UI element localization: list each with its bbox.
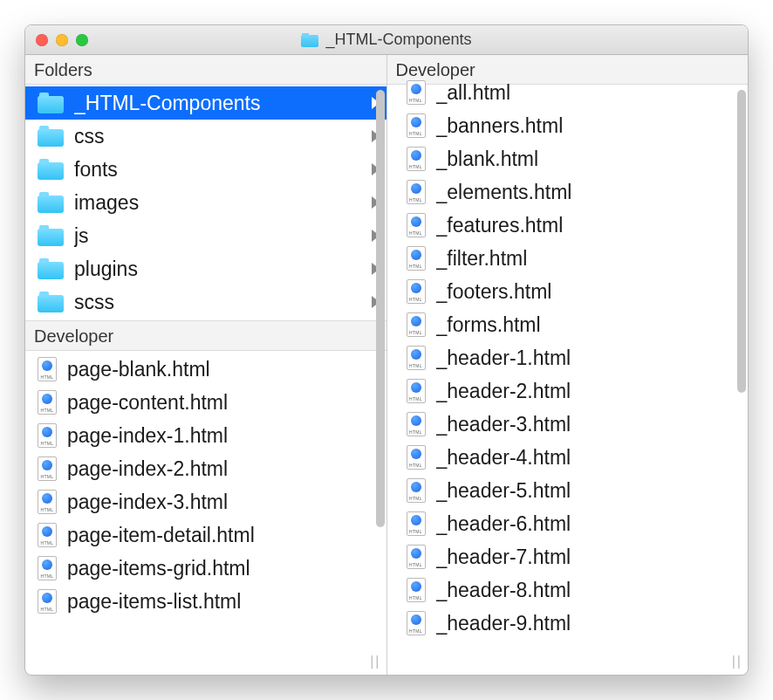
file-row[interactable]: page-items-list.html <box>25 585 386 618</box>
file-row[interactable]: _forms.html <box>387 308 749 341</box>
file-label: _filter.html <box>436 247 742 271</box>
left-pane: Folders _HTML-Componentscssfontsimagesjs… <box>25 55 387 675</box>
folder-icon <box>38 225 64 246</box>
folder-label: _HTML-Components <box>74 92 361 115</box>
html-file-icon <box>407 578 426 602</box>
file-label: _features.html <box>436 214 742 237</box>
minimize-button[interactable] <box>56 34 68 46</box>
file-label: _header-2.html <box>436 380 742 403</box>
html-file-icon <box>38 423 57 448</box>
window-controls <box>36 34 88 46</box>
file-label: page-items-list.html <box>67 590 380 614</box>
file-label: _header-9.html <box>436 612 742 635</box>
html-file-icon <box>38 490 57 514</box>
folder-label: js <box>74 224 361 248</box>
file-label: _header-1.html <box>436 347 742 370</box>
folders-header: Folders <box>25 55 386 85</box>
folder-row[interactable]: plugins <box>25 252 386 285</box>
zoom-button[interactable] <box>76 34 88 46</box>
html-file-icon <box>38 556 57 580</box>
file-row[interactable]: _header-7.html <box>387 540 749 573</box>
file-label: _header-4.html <box>436 446 742 470</box>
file-row[interactable]: _header-6.html <box>387 507 749 540</box>
folder-row[interactable]: css <box>25 120 386 153</box>
file-row[interactable]: _footers.html <box>387 275 749 308</box>
html-file-icon <box>407 113 426 138</box>
file-row[interactable]: page-index-2.html <box>25 452 386 485</box>
file-row[interactable]: page-index-1.html <box>25 419 386 452</box>
html-file-icon <box>407 511 426 536</box>
html-file-icon <box>407 80 426 105</box>
close-button[interactable] <box>36 34 48 46</box>
folder-row[interactable]: _HTML-Components <box>25 86 386 120</box>
html-file-icon <box>407 611 426 635</box>
file-row[interactable]: _header-2.html <box>387 374 749 408</box>
folder-label: plugins <box>74 257 361 281</box>
right-resize-grip[interactable]: || <box>732 654 742 669</box>
folder-icon <box>38 292 64 312</box>
file-row[interactable]: _header-8.html <box>387 573 749 607</box>
html-file-icon <box>407 246 426 271</box>
right-pane: Developer _all.html_banners.html_blank.h… <box>387 55 749 675</box>
html-file-icon <box>38 589 57 614</box>
file-row[interactable]: _header-4.html <box>387 441 749 474</box>
html-file-icon <box>38 390 57 415</box>
html-file-icon <box>407 346 426 370</box>
file-row[interactable]: _header-3.html <box>387 408 749 441</box>
left-scrollbar-thumb[interactable] <box>376 90 385 527</box>
file-row[interactable]: _banners.html <box>387 109 749 142</box>
folder-icon <box>38 192 64 213</box>
file-label: page-item-detail.html <box>67 524 380 547</box>
file-label: _header-8.html <box>436 579 742 602</box>
window-title: _HTML-Components <box>301 31 471 49</box>
html-file-icon <box>38 523 57 547</box>
file-row[interactable]: _all.html <box>387 76 749 109</box>
html-file-icon <box>407 180 426 204</box>
file-row[interactable]: page-items-grid.html <box>25 552 386 585</box>
folder-icon <box>301 33 318 47</box>
folder-row[interactable]: scss <box>25 285 386 319</box>
file-row[interactable]: _header-1.html <box>387 341 749 374</box>
file-row[interactable]: page-content.html <box>25 386 386 419</box>
file-label: page-index-2.html <box>67 457 380 481</box>
left-developer-header: Developer <box>25 320 386 351</box>
file-label: _footers.html <box>436 280 742 304</box>
file-row[interactable]: _header-9.html <box>387 607 749 640</box>
file-label: _blank.html <box>436 148 742 171</box>
file-row[interactable]: page-index-3.html <box>25 485 386 518</box>
left-developer-list: page-blank.htmlpage-content.htmlpage-ind… <box>25 351 386 620</box>
folder-row[interactable]: js <box>25 219 386 252</box>
file-label: _banners.html <box>436 114 742 138</box>
html-file-icon <box>407 379 426 403</box>
file-row[interactable]: _header-5.html <box>387 474 749 507</box>
file-label: page-blank.html <box>67 358 380 381</box>
html-file-icon <box>38 456 57 481</box>
folder-row[interactable]: images <box>25 186 386 219</box>
window-titlebar: _HTML-Components <box>25 25 748 55</box>
left-resize-grip[interactable]: || <box>370 654 380 669</box>
file-row[interactable]: page-blank.html <box>25 353 386 386</box>
file-row[interactable]: _elements.html <box>387 175 749 209</box>
folder-label: images <box>74 191 361 215</box>
html-file-icon <box>407 478 426 503</box>
right-scrollbar-thumb[interactable] <box>737 90 746 393</box>
file-label: _forms.html <box>436 313 742 337</box>
file-label: _all.html <box>436 81 742 105</box>
left-scrollbar[interactable] <box>376 90 385 650</box>
right-developer-list: _all.html_banners.html_blank.html_elemen… <box>387 74 749 642</box>
file-row[interactable]: _blank.html <box>387 142 749 175</box>
html-file-icon <box>407 545 426 569</box>
file-label: _header-6.html <box>436 512 742 536</box>
folder-icon <box>38 93 64 113</box>
folder-icon <box>38 159 64 180</box>
right-scrollbar[interactable] <box>737 90 746 650</box>
folder-label: scss <box>74 291 361 314</box>
finder-window: _HTML-Components Folders _HTML-Component… <box>24 24 749 676</box>
folder-row[interactable]: fonts <box>25 153 386 186</box>
file-row[interactable]: _filter.html <box>387 242 749 275</box>
file-row[interactable]: _features.html <box>387 209 749 242</box>
file-row[interactable]: page-item-detail.html <box>25 518 386 552</box>
html-file-icon <box>407 213 426 237</box>
folders-section: Folders _HTML-Componentscssfontsimagesjs… <box>25 55 386 320</box>
folder-icon <box>38 126 64 147</box>
